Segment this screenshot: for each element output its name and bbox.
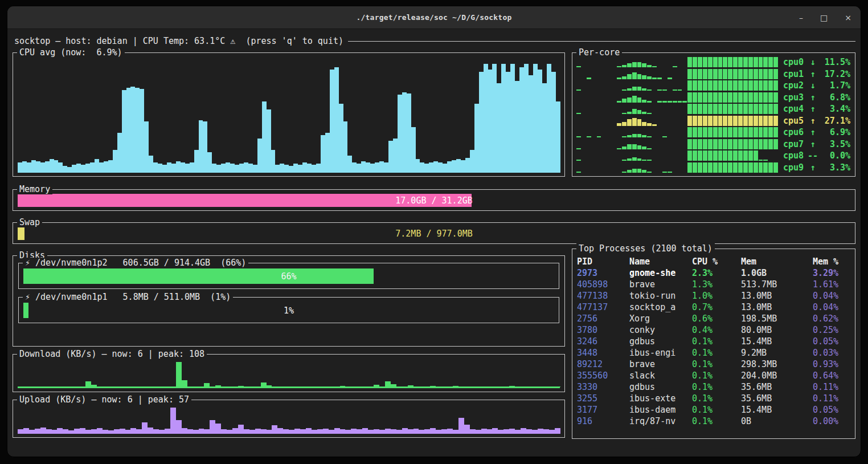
process-name: Xorg bbox=[629, 314, 692, 324]
bar bbox=[555, 386, 560, 387]
bar bbox=[524, 64, 529, 173]
process-pid: 477138 bbox=[577, 291, 629, 301]
bar bbox=[277, 428, 283, 434]
process-row[interactable]: 3448ibus-engi0.1%9.2MB0.03% bbox=[577, 347, 851, 359]
column-header[interactable]: Mem % bbox=[813, 257, 851, 267]
process-row[interactable]: 355560slack0.1%204.0MB0.64% bbox=[577, 370, 851, 381]
process-pid: 3255 bbox=[577, 393, 629, 404]
bar bbox=[647, 89, 652, 91]
bar bbox=[754, 162, 758, 173]
bar bbox=[120, 429, 125, 434]
bar bbox=[391, 384, 396, 387]
bar bbox=[388, 141, 393, 173]
bar bbox=[23, 386, 29, 387]
process-row[interactable]: 3255ibus-exte0.1%35.6MB0.11% bbox=[577, 393, 851, 404]
process-row[interactable]: 3246gdbus0.1%15.4MB0.05% bbox=[577, 336, 851, 347]
bar bbox=[538, 429, 543, 434]
process-row[interactable]: 477138tokio-run1.0%13.0MB0.04% bbox=[577, 290, 851, 302]
bar bbox=[492, 64, 497, 173]
maximize-button[interactable]: □ bbox=[820, 14, 828, 22]
process-row[interactable]: 2973gnome-she2.3%1.0GB3.29% bbox=[577, 267, 851, 279]
bar bbox=[768, 57, 773, 67]
process-mem-percent: 0.25% bbox=[813, 325, 851, 335]
bar bbox=[533, 64, 538, 173]
bar bbox=[738, 127, 743, 137]
bar bbox=[176, 420, 182, 434]
bar bbox=[728, 162, 732, 173]
process-row[interactable]: 3780conky0.4%80.0MB0.25% bbox=[577, 324, 851, 336]
process-row[interactable]: 477137socktop_a0.7%13.0MB0.04% bbox=[577, 302, 851, 313]
core-percent: 17.2% bbox=[822, 69, 850, 79]
bar bbox=[316, 164, 321, 173]
bar bbox=[622, 113, 627, 114]
bar bbox=[718, 150, 723, 161]
process-row[interactable]: 2756Xorg0.6%198.5MB0.62% bbox=[577, 313, 851, 324]
bar bbox=[708, 116, 713, 126]
titlebar[interactable]: ./target/release/soc ~/D/G/socktop – □ × bbox=[7, 6, 861, 29]
bar bbox=[748, 127, 753, 137]
process-row[interactable]: 405898brave1.3%513.7MB1.61% bbox=[577, 279, 851, 290]
bar bbox=[23, 428, 29, 434]
bar bbox=[713, 57, 718, 67]
core-sparkline bbox=[576, 104, 779, 114]
bar bbox=[438, 162, 443, 173]
bar bbox=[91, 385, 97, 387]
minimize-button[interactable]: – bbox=[799, 14, 803, 22]
process-mem-percent: 0.62% bbox=[813, 314, 851, 324]
column-header[interactable]: Mem bbox=[741, 257, 813, 267]
process-row[interactable]: 3177ibus-daem0.1%15.4MB0.05% bbox=[577, 404, 851, 416]
bar bbox=[419, 430, 424, 434]
bar bbox=[632, 157, 637, 161]
process-row[interactable]: 916irq/87-nv0.1%0B0.00% bbox=[577, 416, 851, 427]
bar bbox=[199, 429, 204, 434]
bar bbox=[728, 104, 732, 114]
bar bbox=[743, 57, 748, 67]
bar bbox=[743, 92, 748, 103]
bar bbox=[576, 136, 581, 137]
close-button[interactable]: × bbox=[845, 14, 851, 22]
core-name: cpu9 bbox=[783, 162, 804, 173]
bar bbox=[703, 139, 707, 149]
process-row[interactable]: 3330gdbus0.1%35.6MB0.11% bbox=[577, 381, 851, 393]
bar bbox=[662, 172, 667, 173]
app-header: socktop — host: debian | CPU Temp: 63.1°… bbox=[13, 35, 855, 47]
bar bbox=[698, 80, 702, 91]
bar bbox=[519, 67, 524, 173]
bar bbox=[542, 83, 547, 173]
bar bbox=[647, 113, 652, 114]
bar bbox=[627, 112, 632, 115]
bar bbox=[339, 104, 343, 173]
bar bbox=[693, 92, 697, 103]
bar bbox=[142, 386, 148, 387]
process-name: ibus-daem bbox=[629, 405, 692, 415]
bar bbox=[687, 116, 692, 126]
bar bbox=[402, 386, 408, 387]
bar bbox=[515, 386, 521, 387]
process-name: brave bbox=[629, 279, 692, 290]
column-header[interactable]: CPU % bbox=[692, 257, 741, 267]
bar bbox=[117, 133, 122, 173]
bar bbox=[708, 139, 713, 149]
bar bbox=[698, 127, 702, 137]
bar bbox=[754, 80, 758, 91]
core-percent: 1.7% bbox=[822, 80, 850, 91]
process-row[interactable]: 89212brave0.1%298.3MB0.93% bbox=[577, 359, 851, 370]
process-mem: 80.0MB bbox=[741, 325, 813, 335]
bar bbox=[194, 150, 199, 173]
bar bbox=[773, 80, 778, 91]
swap-gauge: 7.2MB / 977.0MB 7.2MB / 977.0MB bbox=[18, 227, 850, 240]
bar bbox=[698, 116, 702, 126]
disk-usage-bar: 1% bbox=[23, 303, 554, 318]
bar bbox=[170, 408, 176, 434]
top-processes-panel: Top Processes (2100 total) PIDNameCPU %M… bbox=[572, 249, 855, 439]
bar bbox=[713, 92, 718, 103]
core-label: cpu8--0.0% bbox=[783, 150, 850, 161]
column-header[interactable]: Name bbox=[629, 257, 692, 267]
bar bbox=[80, 428, 85, 434]
column-header[interactable]: PID bbox=[577, 257, 629, 267]
memory-panel: Memory 17.0GB / 31.2GB 17.0GB / 31.2GB bbox=[13, 189, 855, 211]
bar bbox=[474, 104, 479, 173]
bar bbox=[627, 170, 632, 173]
bar bbox=[759, 92, 763, 103]
bar bbox=[215, 385, 221, 387]
